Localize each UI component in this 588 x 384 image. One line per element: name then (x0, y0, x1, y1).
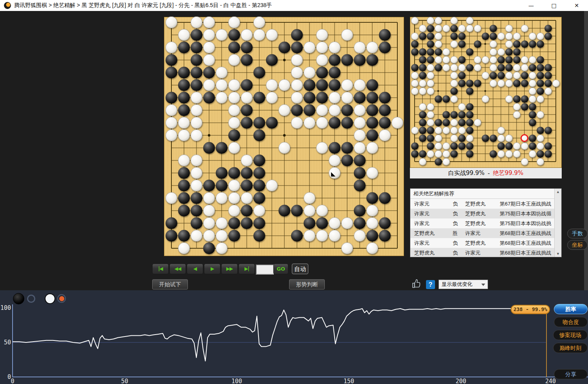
white-stone (266, 92, 278, 104)
black-stone (450, 33, 458, 40)
analysis-go-board[interactable] (410, 17, 562, 168)
white-stone (178, 155, 190, 166)
blunder-scene-tab-button[interactable]: 惨案现场 (553, 330, 588, 340)
white-stone (291, 54, 303, 66)
black-stone (216, 167, 228, 179)
black-stone (178, 67, 190, 78)
white-stone-toggle-icon[interactable] (45, 293, 55, 304)
y-axis-tick-label: 50 (0, 339, 11, 346)
white-stone (203, 192, 215, 204)
black-stone (316, 217, 328, 229)
black-stone (341, 104, 353, 116)
last-move-button[interactable]: ▶| (238, 264, 255, 274)
start-trial-button[interactable]: 开始试下 (152, 279, 188, 289)
black-stone (366, 92, 378, 104)
white-stone (419, 158, 426, 166)
black-stone (316, 67, 328, 78)
black-stone (241, 167, 253, 179)
white-stone (435, 135, 442, 142)
black-stone (419, 135, 426, 142)
x-axis-tick-label: 0 (11, 378, 14, 384)
white-stone (513, 150, 521, 158)
white-stone (427, 17, 434, 24)
white-stone (419, 87, 426, 95)
white-stone (497, 33, 505, 40)
orange-dot-toggle-icon[interactable] (57, 294, 66, 303)
black-stone (329, 67, 340, 78)
black-stone (544, 64, 552, 71)
game-record-row[interactable]: 芝野虎丸负许家元第68期日本王座战挑战 (410, 248, 555, 257)
white-stone (266, 29, 278, 41)
white-stone (266, 79, 278, 91)
game-record-row[interactable]: 许家元负芝野虎丸第75期日本本因坊战循 (410, 209, 555, 218)
black-stone (513, 40, 521, 48)
game-record-row[interactable]: 芝野虎丸胜许家元第68期日本王座战挑战 (410, 228, 555, 238)
black-stone (544, 150, 552, 158)
black-stone (178, 104, 190, 116)
minimize-button[interactable]: — (520, 2, 542, 9)
close-button[interactable]: ✕ (565, 2, 588, 9)
game-record-row[interactable]: 许家元负芝野虎丸第67期日本王座战挑战 (410, 199, 555, 209)
white-stone (450, 17, 458, 24)
white-stone (291, 79, 303, 91)
black-stone (490, 72, 497, 79)
black-stone (544, 142, 552, 150)
recommendation-scrollbar[interactable]: ▲ ▼ (554, 189, 561, 257)
black-stone (521, 80, 528, 87)
black-stone (203, 180, 215, 191)
game-record-row[interactable]: 许家元负芝野虎丸第68期日本王座战挑战 (410, 238, 555, 248)
match-rate-tab-button[interactable]: 吻合度 (554, 317, 588, 327)
black-stone (191, 79, 202, 91)
black-stone (316, 79, 328, 91)
white-stone (216, 67, 228, 78)
white-stone (178, 29, 190, 41)
main-go-board[interactable] (164, 17, 404, 256)
black-stone (450, 25, 458, 32)
white-stone (529, 33, 536, 40)
auto-play-button[interactable]: 自动 (292, 264, 308, 274)
thumbs-up-icon[interactable] (411, 278, 422, 291)
black-stone (497, 56, 505, 64)
black-stone (166, 92, 177, 104)
white-stone (482, 56, 489, 64)
position-judgement-button[interactable]: 形势判断 (289, 279, 325, 289)
move-numbers-button[interactable]: 手数 (567, 229, 588, 238)
black-stone (537, 40, 544, 48)
black-stone (354, 92, 366, 104)
black-stone (435, 158, 442, 166)
go-button[interactable]: GO (273, 264, 288, 274)
black-stone (241, 117, 253, 129)
show-best-variation-dropdown[interactable]: 显示最优变化 (439, 280, 488, 289)
white-actual-winrate: 白实战99.9% (448, 169, 485, 177)
share-button[interactable]: 分享 (554, 369, 588, 379)
back-button[interactable]: ◀ (187, 264, 203, 274)
fast-back-button[interactable]: ◀◀ (169, 264, 186, 274)
black-stone (379, 29, 391, 41)
empty-ring-toggle-icon[interactable] (27, 295, 35, 303)
black-stone (458, 135, 466, 142)
help-icon[interactable]: ? (426, 280, 435, 289)
forward-button[interactable]: ▶ (204, 264, 220, 274)
white-stone (450, 135, 458, 142)
black-stone (411, 142, 419, 150)
black-stone (544, 25, 552, 32)
game-record-row[interactable]: 许家元负芝野虎丸第75期日本本因坊战挑 (410, 218, 555, 228)
winrate-tab-button[interactable]: 胜率 (554, 304, 588, 314)
black-stone (419, 56, 426, 64)
maximize-button[interactable]: □ (542, 2, 565, 9)
scroll-down-icon[interactable]: ▼ (555, 252, 561, 256)
peak-moment-tab-button[interactable]: 巅峰时刻 (553, 343, 588, 353)
fast-forward-button[interactable]: ▶▶ (221, 264, 238, 274)
first-move-button[interactable]: |◀ (152, 264, 169, 274)
white-stone (216, 242, 228, 254)
black-stone-toggle-icon[interactable] (13, 293, 24, 304)
black-stone (490, 25, 497, 32)
move-number-input[interactable] (256, 264, 274, 275)
black-stone (228, 217, 240, 229)
winrate-curve (0, 290, 588, 384)
white-stone (490, 48, 497, 56)
scroll-up-icon[interactable]: ▲ (555, 190, 561, 194)
black-stone (466, 111, 473, 118)
black-stone (203, 242, 215, 254)
coordinates-button[interactable]: 坐标 (567, 240, 588, 250)
